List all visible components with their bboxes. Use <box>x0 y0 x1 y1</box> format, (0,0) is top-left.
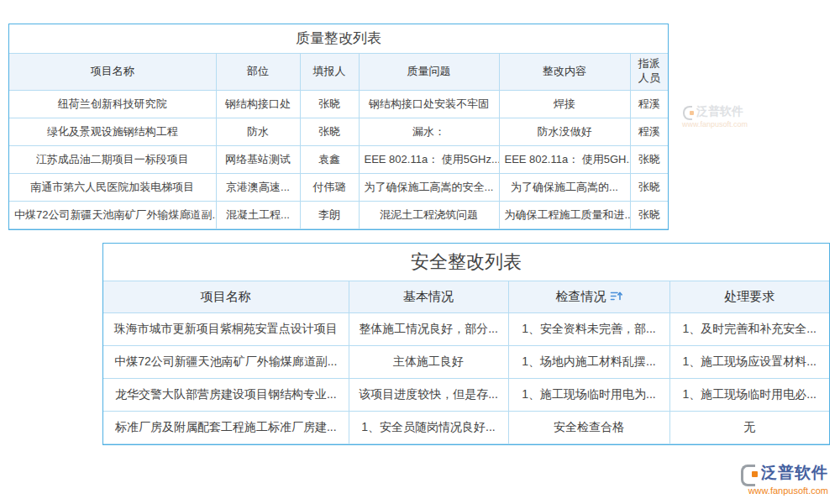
safety-header-row: 项目名称 基本情况 检查情况 处理要求 <box>103 281 829 312</box>
table-row: 江苏成品油二期项目一标段项目 网络基站测试 袁鑫 EEE 802.11a： 使用… <box>9 145 668 173</box>
cell-inspection: 1、施工现场临时用电为... <box>508 378 669 411</box>
cell-content: 焊接 <box>499 90 630 118</box>
cell-inspection: 1、安全资料未完善，部... <box>508 312 669 345</box>
cell-assignee: 张晓 <box>630 173 668 201</box>
fanpu-logo-icon <box>682 106 694 118</box>
cell-part: 京港澳高速... <box>216 173 300 201</box>
col-header-inspection[interactable]: 检查情况 <box>508 281 669 312</box>
col-header-part[interactable]: 部位 <box>216 53 300 90</box>
safety-table-panel: 安全整改列表 项目名称 基本情况 检查情况 处理要求 珠海市城市更新项目紫桐苑安… <box>102 243 830 445</box>
watermark-brand-text: 泛普软件 <box>696 104 743 119</box>
cell-part: 混凝土工程... <box>216 201 300 228</box>
col-header-inspection-label: 检查情况 <box>556 289 606 303</box>
cell-inspection: 安全检查合格 <box>508 411 669 444</box>
cell-content: 防水没做好 <box>499 118 630 145</box>
watermark-url-text: www.fanpusoft.com <box>682 120 748 129</box>
cell-handling: 1、施工现场临时用电必... <box>669 378 829 411</box>
safety-table-title: 安全整改列表 <box>103 244 829 281</box>
cell-issue: 漏水： <box>359 118 499 145</box>
cell-handling: 1、施工现场应设置材料... <box>669 345 829 378</box>
footer-brand-text: 泛普软件 <box>761 462 828 484</box>
cell-handling: 无 <box>669 411 829 444</box>
project-name-link[interactable]: 绿化及景观设施钢结构工程 <box>9 118 216 145</box>
quality-header-row: 项目名称 部位 填报人 质量问题 整改内容 指派人员 <box>9 53 668 90</box>
cell-content: 为确保工程施工质量和进... <box>499 201 630 228</box>
col-header-project-name[interactable]: 项目名称 <box>9 53 216 90</box>
project-name-link[interactable]: 江苏成品油二期项目一标段项目 <box>9 145 216 173</box>
cell-assignee: 程溪 <box>630 118 668 145</box>
cell-inspection: 1、场地内施工材料乱摆... <box>508 345 669 378</box>
cell-part: 钢结构接口处 <box>216 90 300 118</box>
cell-reporter: 李朗 <box>300 201 359 228</box>
project-name-link[interactable]: 南通市第六人民医院加装电梯项目 <box>9 173 216 201</box>
col-header-handling[interactable]: 处理要求 <box>669 281 829 312</box>
quality-table-title: 质量整改列表 <box>9 24 668 53</box>
quality-table: 质量整改列表 项目名称 部位 填报人 质量问题 整改内容 指派人员 纽荷兰创新科… <box>9 24 668 229</box>
cell-assignee: 程溪 <box>630 90 668 118</box>
col-header-content[interactable]: 整改内容 <box>499 53 630 90</box>
table-row: 纽荷兰创新科技研究院 钢结构接口处 张晓 钢结构接口处安装不牢固 焊接 程溪 <box>9 90 668 118</box>
cell-assignee: 张晓 <box>630 201 668 228</box>
sort-ascending-icon[interactable] <box>610 290 622 304</box>
project-name-link[interactable]: 珠海市城市更新项目紫桐苑安置点设计项目 <box>103 312 349 345</box>
project-name-link[interactable]: 纽荷兰创新科技研究院 <box>9 90 216 118</box>
cell-issue: EEE 802.11a： 使用5GHz... <box>359 145 499 173</box>
table-row: 绿化及景观设施钢结构工程 防水 张晓 漏水： 防水没做好 程溪 <box>9 118 668 145</box>
table-row: 南通市第六人民医院加装电梯项目 京港澳高速... 付伟璐 为了确保施工高嵩的安全… <box>9 173 668 201</box>
cell-reporter: 付伟璐 <box>300 173 359 201</box>
project-name-link[interactable]: 龙华交警大队部营房建设项目钢结构专业... <box>103 378 349 411</box>
cell-basic: 1、安全员随岗情况良好... <box>349 411 508 444</box>
project-name-link[interactable]: 标准厂房及附属配套工程施工标准厂房建... <box>103 411 349 444</box>
col-header-issue[interactable]: 质量问题 <box>359 53 499 90</box>
project-name-link[interactable]: 中煤72公司新疆天池南矿厂外输煤廊道副... <box>9 201 216 228</box>
col-header-reporter[interactable]: 填报人 <box>300 53 359 90</box>
fanpu-logo-icon <box>739 464 758 482</box>
table-title-row: 质量整改列表 <box>9 24 668 53</box>
col-header-project-name[interactable]: 项目名称 <box>103 281 349 312</box>
cell-part: 防水 <box>216 118 300 145</box>
footer-url-text: www.fanpusoft.com <box>739 486 828 496</box>
cell-basic: 主体施工良好 <box>349 345 508 378</box>
quality-table-panel: 质量整改列表 项目名称 部位 填报人 质量问题 整改内容 指派人员 纽荷兰创新科… <box>8 24 669 230</box>
cell-reporter: 袁鑫 <box>300 145 359 173</box>
table-row: 珠海市城市更新项目紫桐苑安置点设计项目 整体施工情况良好，部分... 1、安全资… <box>103 312 829 345</box>
col-header-basic[interactable]: 基本情况 <box>349 281 508 312</box>
cell-content: EEE 802.11a： 使用5GH... <box>499 145 630 173</box>
cell-reporter: 张晓 <box>300 118 359 145</box>
footer-brand-logo: 泛普软件 www.fanpusoft.com <box>739 462 828 496</box>
cell-basic: 该项目进度较快，但是存... <box>349 378 508 411</box>
cell-issue: 钢结构接口处安装不牢固 <box>359 90 499 118</box>
table-row: 中煤72公司新疆天池南矿厂外输煤廊道副... 主体施工良好 1、场地内施工材料乱… <box>103 345 829 378</box>
table-row: 标准厂房及附属配套工程施工标准厂房建... 1、安全员随岗情况良好... 安全检… <box>103 411 829 444</box>
cell-part: 网络基站测试 <box>216 145 300 173</box>
safety-table: 安全整改列表 项目名称 基本情况 检查情况 处理要求 珠海市城市更新项目紫桐苑安… <box>103 244 829 444</box>
cell-content: 为了确保施工高嵩的... <box>499 173 630 201</box>
brand-watermark: 泛普软件 www.fanpusoft.com <box>682 104 748 129</box>
cell-handling: 1、及时完善和补充安全... <box>669 312 829 345</box>
cell-issue: 混泥土工程浇筑问题 <box>359 201 499 228</box>
project-name-link[interactable]: 中煤72公司新疆天池南矿厂外输煤廊道副... <box>103 345 349 378</box>
cell-issue: 为了确保施工高嵩的安全... <box>359 173 499 201</box>
cell-assignee: 张晓 <box>630 145 668 173</box>
table-row: 龙华交警大队部营房建设项目钢结构专业... 该项目进度较快，但是存... 1、施… <box>103 378 829 411</box>
table-row: 中煤72公司新疆天池南矿厂外输煤廊道副... 混凝土工程... 李朗 混泥土工程… <box>9 201 668 228</box>
cell-basic: 整体施工情况良好，部分... <box>349 312 508 345</box>
table-title-row: 安全整改列表 <box>103 244 829 281</box>
col-header-assignee[interactable]: 指派人员 <box>630 53 668 90</box>
cell-reporter: 张晓 <box>300 90 359 118</box>
